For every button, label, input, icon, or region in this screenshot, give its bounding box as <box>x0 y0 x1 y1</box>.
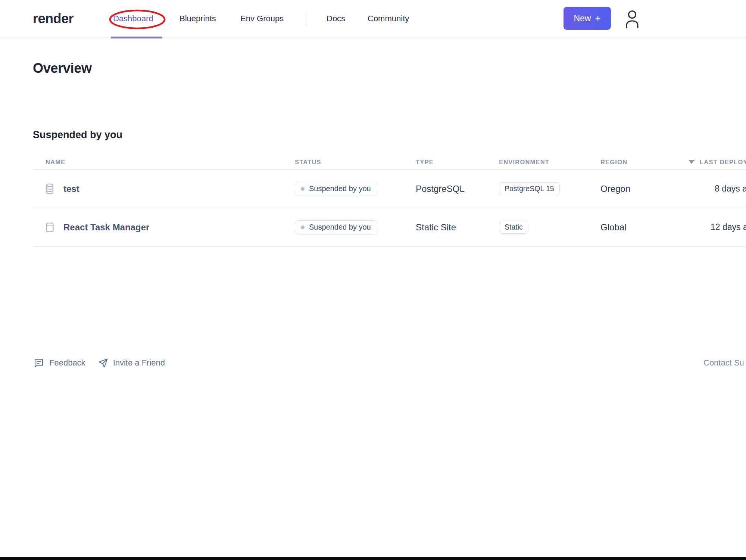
status-cell: Suspended by you <box>295 170 378 208</box>
render-logo[interactable]: render <box>33 0 74 37</box>
last-deploy-cell: 8 days a <box>715 170 746 208</box>
table-row[interactable]: React Task Manager Suspended by you Stat… <box>33 208 746 247</box>
section-title: Suspended by you <box>33 129 122 141</box>
table-row[interactable]: test Suspended by you PostgreSQL Postgre… <box>33 170 746 208</box>
nav-divider <box>306 12 306 26</box>
environment-badge: Static <box>499 221 528 234</box>
region-cell: Oregon <box>600 170 630 208</box>
nav-item-docs[interactable]: Docs <box>327 0 345 37</box>
status-badge: Suspended by you <box>295 220 378 234</box>
nav-item-community[interactable]: Community <box>368 0 409 37</box>
feedback-bubble-icon <box>34 358 44 368</box>
nav-item-dashboard[interactable]: Dashboard <box>113 0 153 37</box>
column-header-region[interactable]: REGION <box>600 155 627 169</box>
status-dot-icon <box>301 225 305 229</box>
plus-icon: + <box>595 12 600 24</box>
services-table: NAME STATUS TYPE ENVIRONMENT REGION LAST… <box>33 155 746 247</box>
status-badge: Suspended by you <box>295 182 378 196</box>
type-cell: Static Site <box>416 208 456 246</box>
name-cell: test <box>46 170 79 208</box>
contact-support-link[interactable]: Contact Su <box>703 354 744 372</box>
sort-caret-icon <box>689 160 695 164</box>
table-header-row: NAME STATUS TYPE ENVIRONMENT REGION LAST… <box>33 155 746 170</box>
new-button[interactable]: New + <box>564 7 611 30</box>
top-nav-bar: render Dashboard Blueprints Env Groups D… <box>0 0 746 38</box>
status-dot-icon <box>301 187 305 191</box>
column-header-type[interactable]: TYPE <box>416 155 434 169</box>
invite-friend-link[interactable]: Invite a Friend <box>98 358 165 368</box>
environment-cell: Static <box>499 208 528 246</box>
column-header-environment[interactable]: ENVIRONMENT <box>499 155 549 169</box>
user-menu-button[interactable] <box>622 8 643 30</box>
page-title: Overview <box>33 60 92 76</box>
bottom-black-bar <box>0 557 746 560</box>
nav-item-blueprints[interactable]: Blueprints <box>180 0 216 37</box>
active-tab-underline <box>111 37 162 38</box>
footer: Feedback Invite a Friend <box>34 354 165 372</box>
last-deploy-cell: 12 days a <box>711 208 746 246</box>
type-cell: PostgreSQL <box>416 170 465 208</box>
service-name-link[interactable]: test <box>63 184 79 194</box>
status-cell: Suspended by you <box>295 208 378 246</box>
feedback-link[interactable]: Feedback <box>34 358 85 368</box>
region-cell: Global <box>600 208 626 246</box>
nav-item-env-groups[interactable]: Env Groups <box>240 0 284 37</box>
column-header-status[interactable]: STATUS <box>295 155 321 169</box>
service-name-link[interactable]: React Task Manager <box>63 222 149 233</box>
person-icon <box>624 10 640 28</box>
paper-plane-icon <box>98 358 108 368</box>
new-button-label: New <box>574 13 591 24</box>
static-site-icon <box>46 222 54 233</box>
column-header-name[interactable]: NAME <box>46 155 65 169</box>
database-icon <box>46 183 54 195</box>
environment-cell: PostgreSQL 15 <box>499 170 560 208</box>
name-cell: React Task Manager <box>46 208 149 246</box>
render-dashboard-page: render Dashboard Blueprints Env Groups D… <box>0 0 746 560</box>
column-header-last-deploy[interactable]: LAST DEPLOY <box>689 155 746 169</box>
environment-badge: PostgreSQL 15 <box>499 182 560 195</box>
